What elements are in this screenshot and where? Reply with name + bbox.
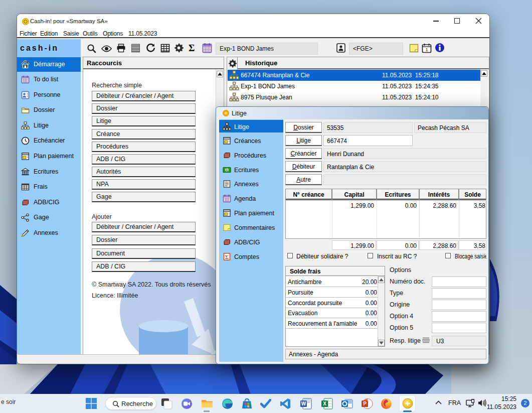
svg-text:W: W	[301, 401, 306, 406]
svg-text:P: P	[363, 401, 367, 406]
svg-text:X: X	[323, 401, 326, 406]
svg-text:1: 1	[425, 47, 428, 52]
